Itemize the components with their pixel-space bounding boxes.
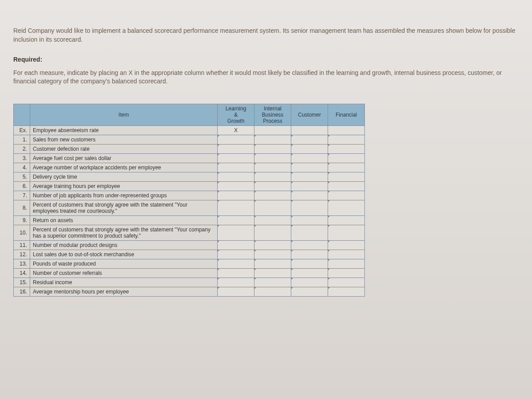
row-item: Percent of customers that strongly agree… — [30, 200, 218, 215]
cell-financial — [328, 125, 365, 135]
cell-ibp[interactable] — [254, 163, 291, 172]
cell-customer[interactable] — [291, 225, 328, 240]
cell-financial[interactable] — [328, 287, 365, 296]
row-number: 4. — [14, 163, 30, 172]
cell-learning[interactable] — [218, 268, 254, 278]
cell-ibp[interactable] — [254, 215, 291, 225]
cell-ibp[interactable] — [254, 259, 291, 268]
cell-ibp[interactable] — [254, 191, 291, 200]
row-number: 5. — [14, 172, 30, 181]
cell-customer — [291, 125, 328, 135]
row-number: 1. — [14, 135, 30, 144]
cell-ibp[interactable] — [254, 250, 291, 259]
table-row: Ex.Employee absenteeism rateX — [14, 125, 365, 135]
table-row: 14.Number of customer referrals — [14, 268, 365, 278]
cell-financial[interactable] — [328, 250, 365, 259]
cell-ibp[interactable] — [254, 144, 291, 153]
cell-ibp[interactable] — [254, 268, 291, 278]
row-item: Employee absenteeism rate — [30, 125, 218, 135]
table-row: 16.Average mentorship hours per employee — [14, 287, 365, 296]
intro-text: Reid Company would like to implement a b… — [13, 27, 519, 44]
header-customer: Customer — [291, 104, 328, 125]
row-item: Delivery cycle time — [30, 172, 218, 181]
cell-customer[interactable] — [291, 259, 328, 268]
header-learning-growth: Learning&Growth — [218, 104, 254, 125]
cell-financial[interactable] — [328, 215, 365, 225]
cell-learning[interactable] — [218, 287, 254, 296]
cell-learning[interactable] — [218, 181, 254, 191]
table-row: 15.Residual income — [14, 278, 365, 287]
cell-ibp[interactable] — [254, 278, 291, 287]
row-number: 6. — [14, 181, 30, 191]
cell-learning[interactable] — [218, 225, 254, 240]
table-row: 13.Pounds of waste produced — [14, 259, 365, 268]
cell-ibp[interactable] — [254, 240, 291, 250]
row-item: Residual income — [30, 278, 218, 287]
cell-learning[interactable] — [218, 191, 254, 200]
cell-customer[interactable] — [291, 287, 328, 296]
cell-learning[interactable] — [218, 172, 254, 181]
row-number: Ex. — [14, 125, 30, 135]
table-row: 1.Sales from new customers — [14, 135, 365, 144]
cell-financial[interactable] — [328, 135, 365, 144]
table-row: 7.Number of job applicants from under-re… — [14, 191, 365, 200]
cell-learning[interactable] — [218, 215, 254, 225]
required-label: Required: — [13, 55, 519, 64]
required-text: For each measure, indicate by placing an… — [13, 69, 519, 86]
cell-customer[interactable] — [291, 153, 328, 163]
cell-learning[interactable] — [218, 278, 254, 287]
cell-financial[interactable] — [328, 153, 365, 163]
cell-financial[interactable] — [328, 259, 365, 268]
cell-ibp[interactable] — [254, 135, 291, 144]
cell-customer[interactable] — [291, 181, 328, 191]
cell-customer[interactable] — [291, 135, 328, 144]
cell-customer[interactable] — [291, 240, 328, 250]
row-number: 9. — [14, 215, 30, 225]
cell-customer[interactable] — [291, 163, 328, 172]
cell-financial[interactable] — [328, 240, 365, 250]
cell-customer[interactable] — [291, 250, 328, 259]
cell-customer[interactable] — [291, 172, 328, 181]
cell-ibp[interactable] — [254, 172, 291, 181]
cell-learning[interactable] — [218, 259, 254, 268]
cell-customer[interactable] — [291, 200, 328, 215]
cell-customer[interactable] — [291, 191, 328, 200]
scorecard-table: Item Learning&Growth InternalBusinessPro… — [13, 104, 365, 297]
cell-customer[interactable] — [291, 215, 328, 225]
cell-learning: X — [218, 125, 254, 135]
cell-learning[interactable] — [218, 250, 254, 259]
cell-ibp[interactable] — [254, 287, 291, 296]
row-item: Average mentorship hours per employee — [30, 287, 218, 296]
header-item: Item — [30, 104, 218, 125]
cell-customer[interactable] — [291, 144, 328, 153]
row-item: Number of job applicants from under-repr… — [30, 191, 218, 200]
cell-learning[interactable] — [218, 135, 254, 144]
cell-learning[interactable] — [218, 144, 254, 153]
cell-ibp[interactable] — [254, 181, 291, 191]
cell-financial[interactable] — [328, 191, 365, 200]
table-row: 8.Percent of customers that strongly agr… — [14, 200, 365, 215]
cell-learning[interactable] — [218, 240, 254, 250]
cell-financial[interactable] — [328, 172, 365, 181]
cell-financial[interactable] — [328, 200, 365, 215]
cell-customer[interactable] — [291, 278, 328, 287]
cell-learning[interactable] — [218, 153, 254, 163]
cell-ibp[interactable] — [254, 153, 291, 163]
row-number: 2. — [14, 144, 30, 153]
cell-financial[interactable] — [328, 181, 365, 191]
cell-ibp — [254, 125, 291, 135]
cell-financial[interactable] — [328, 278, 365, 287]
header-blank-num — [14, 104, 30, 125]
row-number: 11. — [14, 240, 30, 250]
cell-financial[interactable] — [328, 144, 365, 153]
cell-learning[interactable] — [218, 163, 254, 172]
cell-learning[interactable] — [218, 200, 254, 215]
cell-customer[interactable] — [291, 268, 328, 278]
table-row: 9.Return on assets — [14, 215, 365, 225]
header-financial: Financial — [328, 104, 365, 125]
cell-financial[interactable] — [328, 225, 365, 240]
cell-ibp[interactable] — [254, 200, 291, 215]
cell-ibp[interactable] — [254, 225, 291, 240]
cell-financial[interactable] — [328, 268, 365, 278]
cell-financial[interactable] — [328, 163, 365, 172]
